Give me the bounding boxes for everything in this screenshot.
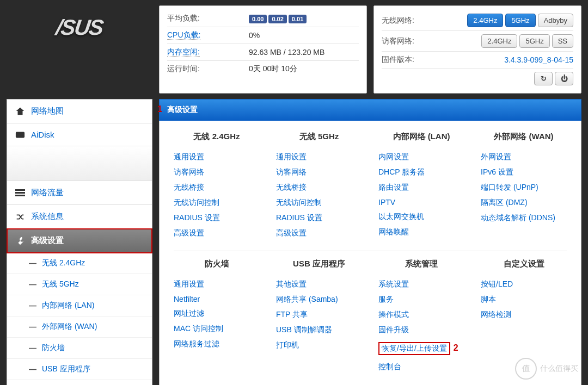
settings-link[interactable]: 外网设置: [481, 150, 567, 165]
sidebar-subitem[interactable]: —防火墙: [7, 338, 152, 359]
wifi-button[interactable]: 2.4GHz: [481, 34, 517, 48]
settings-link[interactable]: 路由设置: [378, 180, 464, 195]
watermark-circle: 值: [515, 358, 537, 380]
sidebar-subitem[interactable]: —无线 5GHz: [7, 274, 152, 295]
settings-link[interactable]: 无线访问控制: [276, 195, 362, 210]
settings-link[interactable]: 网络服务过滤: [174, 337, 260, 352]
settings-link[interactable]: 无线桥接: [276, 180, 362, 195]
settings-link[interactable]: DHCP 服务器: [378, 165, 464, 180]
settings-link[interactable]: 隔离区 (DMZ): [481, 195, 567, 210]
status-value: 0.000.020.01: [249, 14, 308, 23]
sidebar-subitem-label: 无线 2.4GHz: [42, 258, 85, 268]
sidebar-subitem[interactable]: —USB 应用程序: [7, 359, 152, 380]
settings-link[interactable]: Netfilter: [174, 292, 260, 306]
settings-link[interactable]: 网络检测: [481, 307, 567, 322]
settings-link[interactable]: 动态域名解析 (DDNS): [481, 210, 567, 226]
sidebar-subitem[interactable]: —无线 2.4GHz: [7, 253, 152, 274]
wifi-button[interactable]: 5GHz: [505, 14, 535, 27]
settings-link[interactable]: FTP 共享: [276, 307, 362, 322]
svg-rect-0: [16, 132, 24, 138]
group-heading: 防火墙: [174, 259, 260, 269]
status-value: 92.63 MB / 123.20 MB: [249, 48, 324, 57]
settings-link[interactable]: 无线桥接: [174, 180, 260, 195]
settings-link[interactable]: 访客网络: [174, 165, 260, 180]
settings-group: 外部网络 (WAN)外网设置IPv6 设置端口转发 (UPnP)隔离区 (DMZ…: [481, 132, 567, 241]
settings-group: 无线 5GHz通用设置访客网络无线桥接无线访问控制RADIUS 设置高级设置: [276, 132, 362, 241]
status-label: CPU负载:: [167, 30, 249, 40]
settings-link[interactable]: 按钮/LED: [481, 277, 567, 292]
wifi-button[interactable]: 2.4GHz: [467, 14, 503, 27]
status-value: 0天 00时 10分: [249, 64, 297, 74]
sidebar-subitem[interactable]: —外部网络 (WAN): [7, 316, 152, 338]
status-panel-right: 无线网络:2.4GHz5GHzAdbyby访客网络:2.4GHz5GHzSS固件…: [373, 5, 581, 94]
settings-link[interactable]: 以太网交换机: [378, 209, 464, 225]
settings-link[interactable]: 访客网络: [276, 165, 362, 180]
group-heading: 无线 5GHz: [276, 132, 362, 142]
power-icon[interactable]: ⏻: [555, 72, 573, 85]
status-label-link[interactable]: CPU负载:: [167, 30, 200, 40]
settings-link[interactable]: MAC 访问控制: [174, 321, 260, 337]
status-label: 无线网络:: [382, 16, 463, 26]
status-label-link[interactable]: 内存空闲:: [167, 47, 200, 57]
settings-link[interactable]: IPv6 设置: [481, 165, 567, 180]
sidebar-subitem-label: 内部网络 (LAN): [42, 301, 94, 311]
settings-link[interactable]: 操作模式: [378, 307, 464, 322]
refresh-icon[interactable]: ↻: [534, 72, 553, 85]
dash-icon: —: [29, 365, 36, 374]
settings-link[interactable]: 高级设置: [276, 226, 362, 241]
home-icon: [15, 107, 26, 116]
settings-link[interactable]: 打印机: [276, 338, 362, 353]
sidebar-item[interactable]: AiDisk: [7, 123, 152, 146]
load-badge: 0.00: [249, 15, 267, 23]
settings-link[interactable]: 服务: [378, 292, 464, 307]
settings-link[interactable]: IPTV: [378, 195, 464, 209]
status-row: 平均负载:0.000.020.01: [167, 10, 359, 27]
settings-link[interactable]: 无线访问控制: [174, 195, 260, 210]
settings-link[interactable]: USB 调制解调器: [276, 322, 362, 338]
settings-link[interactable]: 网址过滤: [174, 306, 260, 321]
sidebar-item[interactable]: 网络地图: [7, 100, 152, 123]
sidebar-item[interactable]: 高级设置: [7, 229, 152, 253]
settings-link[interactable]: 网络唤醒: [378, 225, 464, 240]
wifi-button[interactable]: Adbyby: [538, 14, 573, 27]
sidebar-item[interactable]: 系统信息: [7, 205, 152, 229]
svg-rect-1: [15, 189, 25, 191]
page-title: 高级设置: [159, 99, 581, 121]
logo-box: /SUS: [7, 5, 152, 94]
settings-link[interactable]: 网络共享 (Samba): [276, 292, 362, 307]
settings-link[interactable]: RADIUS 设置: [276, 210, 362, 226]
settings-link[interactable]: RADIUS 设置: [174, 210, 260, 226]
settings-link[interactable]: 脚本: [481, 292, 567, 307]
annotation-1: 1: [157, 104, 162, 114]
group-heading: 无线 2.4GHz: [174, 132, 260, 142]
settings-link[interactable]: 通用设置: [174, 150, 260, 165]
watermark-text: 什么值得买: [540, 364, 578, 374]
settings-link[interactable]: 恢复/导出/上传设置2: [378, 338, 464, 359]
wifi-button[interactable]: 5GHz: [519, 34, 549, 48]
shuffle-icon: [15, 212, 26, 222]
settings-link[interactable]: 高级设置: [174, 226, 260, 241]
settings-link[interactable]: 固件升级: [378, 322, 464, 338]
settings-group: USB 应用程序其他设置网络共享 (Samba)FTP 共享USB 调制解调器打…: [276, 259, 362, 375]
status-row: 固件版本:3.4.3.9-099_8-04-15: [382, 52, 573, 69]
sidebar-subitem[interactable]: —内部网络 (LAN): [7, 295, 152, 316]
settings-link[interactable]: 系统设置: [378, 277, 464, 292]
settings-group: 系统管理系统设置服务操作模式固件升级恢复/导出/上传设置2控制台: [378, 259, 464, 375]
settings-link[interactable]: 内网设置: [378, 150, 464, 165]
firmware-link[interactable]: 3.4.3.9-099_8-04-15: [504, 55, 573, 64]
status-row: 访客网络:2.4GHz5GHzSS: [382, 31, 573, 52]
sidebar-item[interactable]: 网络流量: [7, 181, 152, 205]
settings-link[interactable]: 通用设置: [174, 277, 260, 292]
settings-link[interactable]: 端口转发 (UPnP): [481, 180, 567, 195]
settings-link[interactable]: 其他设置: [276, 277, 362, 292]
annotated-link[interactable]: 恢复/导出/上传设置: [378, 342, 450, 355]
settings-link[interactable]: 通用设置: [276, 150, 362, 165]
dash-icon: —: [29, 301, 36, 310]
status-value: 0%: [249, 31, 260, 40]
svg-rect-3: [15, 195, 25, 196]
wifi-button[interactable]: SS: [552, 34, 573, 48]
status-row: 无线网络:2.4GHz5GHzAdbyby: [382, 10, 573, 31]
status-row: 内存空闲:92.63 MB / 123.20 MB: [167, 44, 359, 61]
sidebar-subitem[interactable]: —系统管理: [7, 380, 152, 385]
settings-link[interactable]: 控制台: [378, 359, 464, 375]
